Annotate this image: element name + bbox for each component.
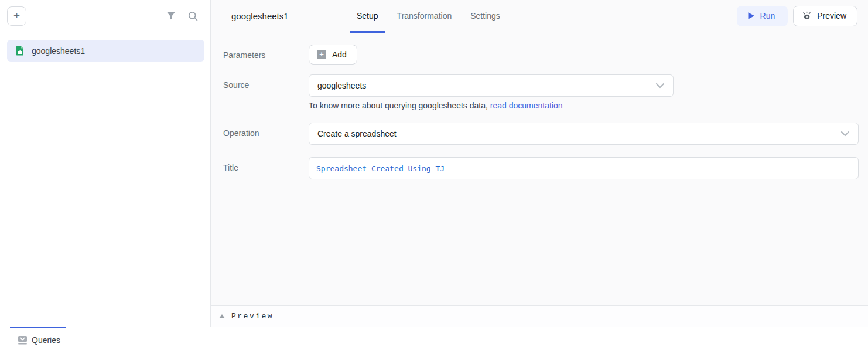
preview-panel-label: Preview	[231, 312, 274, 321]
title-code-input[interactable]: Spreadsheet Created Using TJ	[309, 157, 859, 179]
add-parameter-button[interactable]: + Add	[309, 45, 357, 65]
operation-select[interactable]: Create a spreadsheet	[309, 123, 859, 145]
query-item-label: googlesheets1	[32, 46, 85, 56]
preview-button[interactable]: Preview	[793, 6, 857, 26]
parameters-label: Parameters	[223, 45, 309, 65]
play-icon	[747, 12, 755, 20]
plus-square-icon: +	[317, 50, 326, 59]
bottom-panel-bar: Queries	[0, 327, 868, 353]
new-query-button[interactable]: +	[7, 6, 26, 26]
tab-settings[interactable]: Settings	[464, 0, 507, 32]
source-helper-text: To know more about querying googlesheets…	[309, 101, 859, 110]
chevron-down-icon	[655, 83, 665, 89]
operation-row: Operation Create a spreadsheet	[223, 123, 859, 145]
tab-transformation[interactable]: Transformation	[391, 0, 459, 32]
source-row: Source googlesheets To know more about q…	[223, 74, 859, 110]
search-icon[interactable]	[187, 11, 198, 21]
run-button-label: Run	[760, 11, 775, 21]
parameters-row: Parameters + Add	[223, 45, 859, 65]
preview-panel-toggle[interactable]: Preview	[211, 305, 868, 327]
main-header: googlesheets1 Setup Transformation Setti…	[211, 0, 868, 32]
query-list-item-googlesheets1[interactable]: googlesheets1	[7, 40, 204, 62]
query-editor-main: googlesheets1 Setup Transformation Setti…	[211, 0, 868, 327]
collapse-triangle-icon	[219, 314, 225, 318]
query-list: googlesheets1	[0, 32, 210, 62]
source-select[interactable]: googlesheets	[309, 74, 674, 97]
operation-select-value: Create a spreadsheet	[317, 129, 397, 138]
run-button[interactable]: Run	[737, 6, 788, 26]
operation-label: Operation	[223, 123, 309, 145]
header-actions: Run Preview	[737, 6, 857, 26]
editor-tabs: Setup Transformation Settings	[350, 0, 507, 32]
helper-prefix: To know more about querying googlesheets…	[309, 101, 490, 110]
title-code-value: Spreadsheet Created Using TJ	[316, 164, 445, 173]
filter-icon[interactable]	[166, 11, 176, 21]
queries-tray-icon	[18, 335, 28, 345]
source-select-value: googlesheets	[317, 81, 366, 90]
tab-setup[interactable]: Setup	[350, 0, 385, 32]
source-label: Source	[223, 74, 309, 110]
google-sheets-icon	[15, 46, 25, 56]
preview-button-label: Preview	[817, 11, 846, 21]
query-title: googlesheets1	[231, 11, 337, 21]
body-row: +	[0, 0, 868, 327]
queries-active-indicator	[10, 327, 66, 328]
queries-tab-label: Queries	[32, 335, 60, 345]
chevron-down-icon	[840, 131, 850, 137]
title-row: Title Spreadsheet Created Using TJ	[223, 157, 859, 179]
eye-icon	[802, 11, 812, 21]
setup-form: Parameters + Add Source googlesheets	[211, 32, 868, 305]
query-list-sidebar: +	[0, 0, 211, 327]
query-editor-app: +	[0, 0, 868, 353]
read-documentation-link[interactable]: read documentation	[490, 101, 563, 110]
add-button-label: Add	[332, 50, 347, 59]
title-label: Title	[223, 157, 309, 179]
sidebar-header: +	[0, 0, 210, 32]
queries-tab[interactable]: Queries	[18, 335, 60, 345]
